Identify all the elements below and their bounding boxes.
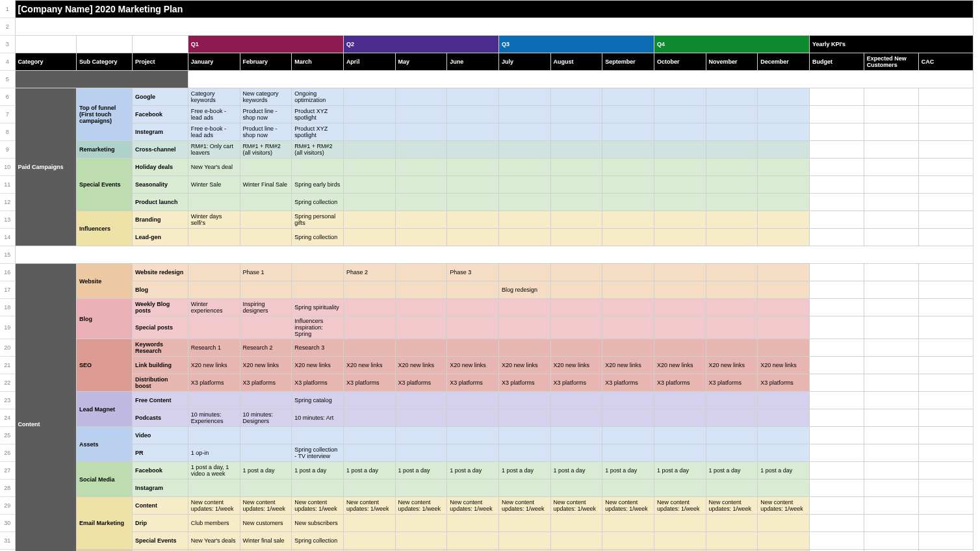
month-cell[interactable] [343, 194, 395, 211]
month-cell[interactable] [240, 211, 292, 229]
month-cell[interactable] [240, 392, 292, 409]
month-cell[interactable]: RM#1: Only cart leavers [188, 141, 240, 159]
table-row[interactable]: 30DripClub membersNew customersNew subsc… [0, 515, 974, 532]
kpi-customers-cell[interactable] [864, 88, 918, 106]
month-cell[interactable] [758, 211, 810, 229]
kpi-customers-cell[interactable] [864, 159, 918, 176]
table-row[interactable]: 22Distribution boostX3 platformsX3 platf… [0, 374, 974, 392]
kpi-customers-cell[interactable] [864, 141, 918, 159]
month-cell[interactable] [395, 480, 447, 497]
month-cell[interactable]: Phase 2 [343, 264, 395, 281]
kpi-budget-cell[interactable] [809, 409, 864, 427]
month-cell[interactable] [550, 316, 602, 339]
month-cell[interactable]: 10 minutes: Art [292, 409, 344, 427]
month-cell[interactable] [343, 88, 395, 106]
month-cell[interactable] [602, 515, 654, 532]
month-cell[interactable]: New content updates: 1/week [706, 497, 758, 515]
month-cell[interactable] [498, 211, 550, 229]
month-cell[interactable] [602, 339, 654, 357]
kpi-cac-cell[interactable] [918, 299, 973, 316]
month-cell[interactable] [654, 392, 706, 409]
month-cell[interactable] [498, 229, 550, 246]
month-cell[interactable]: X20 new links [395, 357, 447, 374]
month-cell[interactable] [292, 159, 344, 176]
kpi-budget-cell[interactable] [809, 123, 864, 141]
month-cell[interactable]: X3 platforms [188, 374, 240, 392]
month-cell[interactable] [292, 480, 344, 497]
month-cell[interactable] [343, 299, 395, 316]
kpi-budget-cell[interactable] [809, 392, 864, 409]
month-cell[interactable]: Product line - shop now [240, 106, 292, 123]
month-cell[interactable]: New content updates: 1/week [343, 497, 395, 515]
month-cell[interactable] [706, 444, 758, 462]
month-cell[interactable] [343, 427, 395, 444]
kpi-customers-cell[interactable] [864, 264, 918, 281]
month-cell[interactable] [498, 409, 550, 427]
month-cell[interactable]: X3 platforms [602, 374, 654, 392]
kpi-cac-cell[interactable] [918, 211, 973, 229]
month-cell[interactable]: New Year's deals [188, 532, 240, 550]
kpi-budget-cell[interactable] [809, 532, 864, 550]
month-cell[interactable] [706, 427, 758, 444]
table-row[interactable]: 27Social MediaFacebook1 post a day, 1 vi… [0, 462, 974, 480]
month-cell[interactable]: New Year's deal [188, 159, 240, 176]
month-cell[interactable] [343, 123, 395, 141]
month-cell[interactable] [395, 299, 447, 316]
kpi-customers-cell[interactable] [864, 106, 918, 123]
kpi-budget-cell[interactable] [809, 444, 864, 462]
month-cell[interactable] [395, 532, 447, 550]
table-row[interactable]: 21Link buildingX20 new linksX20 new link… [0, 357, 974, 374]
month-cell[interactable] [654, 88, 706, 106]
month-cell[interactable]: Product XYZ spotlight [292, 123, 344, 141]
table-row[interactable]: 25AssetsVideo [0, 427, 974, 444]
month-cell[interactable]: New content updates: 1/week [550, 497, 602, 515]
month-cell[interactable]: X3 platforms [550, 374, 602, 392]
month-cell[interactable]: 1 post a day [758, 462, 810, 480]
kpi-customers-cell[interactable] [864, 194, 918, 211]
kpi-customers-cell[interactable] [864, 427, 918, 444]
month-cell[interactable] [447, 159, 499, 176]
month-cell[interactable]: RM#1 + RM#2 (all visitors) [292, 141, 344, 159]
kpi-budget-cell[interactable] [809, 281, 864, 299]
kpi-budget-cell[interactable] [809, 194, 864, 211]
table-row[interactable]: 10Special EventsHoliday dealsNew Year's … [0, 159, 974, 176]
month-cell[interactable] [550, 229, 602, 246]
month-cell[interactable] [447, 211, 499, 229]
kpi-cac-cell[interactable] [918, 281, 973, 299]
month-cell[interactable] [395, 229, 447, 246]
kpi-budget-cell[interactable] [809, 299, 864, 316]
kpi-budget-cell[interactable] [809, 497, 864, 515]
month-cell[interactable]: X3 platforms [447, 374, 499, 392]
month-cell[interactable] [758, 88, 810, 106]
month-cell[interactable]: Influencers inspiration: Spring [292, 316, 344, 339]
month-cell[interactable] [447, 176, 499, 194]
month-cell[interactable] [602, 141, 654, 159]
month-cell[interactable] [602, 159, 654, 176]
month-cell[interactable] [758, 159, 810, 176]
month-cell[interactable] [758, 141, 810, 159]
month-cell[interactable] [447, 281, 499, 299]
month-cell[interactable] [706, 159, 758, 176]
month-cell[interactable] [758, 339, 810, 357]
kpi-budget-cell[interactable] [809, 480, 864, 497]
month-cell[interactable] [188, 427, 240, 444]
month-cell[interactable] [706, 106, 758, 123]
month-cell[interactable]: Winter days selfi's [188, 211, 240, 229]
month-cell[interactable]: Winter Final Sale [240, 176, 292, 194]
month-cell[interactable] [395, 316, 447, 339]
month-cell[interactable]: Blog redesign [498, 281, 550, 299]
month-cell[interactable] [395, 444, 447, 462]
month-cell[interactable] [343, 392, 395, 409]
kpi-customers-cell[interactable] [864, 515, 918, 532]
kpi-cac-cell[interactable] [918, 392, 973, 409]
month-cell[interactable]: New content updates: 1/week [447, 497, 499, 515]
table-row[interactable]: 19Special postsInfluencers inspiration: … [0, 316, 974, 339]
table-row[interactable]: 24Podcasts10 minutes: Experiences10 minu… [0, 409, 974, 427]
month-cell[interactable]: Research 3 [292, 339, 344, 357]
month-cell[interactable] [706, 339, 758, 357]
month-cell[interactable]: New content updates: 1/week [292, 497, 344, 515]
month-cell[interactable] [343, 316, 395, 339]
month-cell[interactable]: Spring personal gifts [292, 211, 344, 229]
month-cell[interactable]: RM#1 + RM#2 (all visitors) [240, 141, 292, 159]
month-cell[interactable]: New content updates: 1/week [498, 497, 550, 515]
